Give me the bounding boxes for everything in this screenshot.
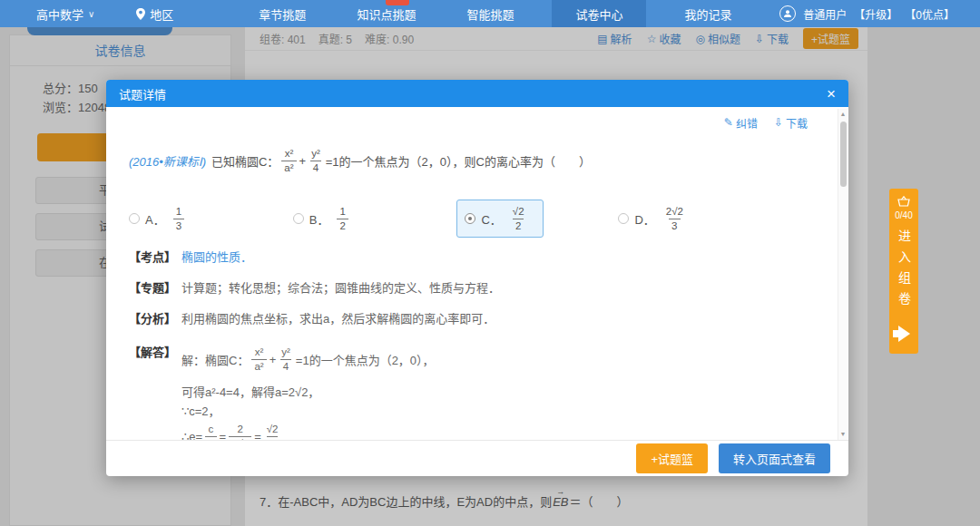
plus-sign: + xyxy=(299,154,307,168)
question-source: (2016•新课标Ⅰ) xyxy=(129,152,206,170)
question-tail: =1的一个焦点为（2，0），则C的离心率为（ ） xyxy=(326,152,591,170)
fraction-numerator: 2√2 xyxy=(663,205,686,218)
section-exam-point: 【考点】 椭圆的性质． xyxy=(129,248,812,267)
modal-title: 试题详情 xyxy=(119,85,166,102)
fraction-y2-4: y²4 xyxy=(309,147,323,174)
fraction-denominator: 2 xyxy=(267,436,278,441)
option-a[interactable]: A． 13 xyxy=(129,205,293,232)
fraction-denominator: a xyxy=(205,436,216,441)
section-label: 【专题】 xyxy=(129,279,181,297)
fraction-denominator: 2√2 xyxy=(229,436,251,441)
fraction-numerator: y² xyxy=(309,147,323,160)
nav-label: 我的记录 xyxy=(684,5,731,23)
person-icon xyxy=(783,9,792,18)
question-detail-modal: 试题详情 × ✎纠错 ⇩下载 (2016•新课标Ⅰ) 已知椭圆C： x²a² +… xyxy=(106,80,848,476)
radio-option-a[interactable] xyxy=(129,213,140,224)
analysis-text: 利用椭圆的焦点坐标，求出a，然后求解椭圆的离心率即可． xyxy=(181,310,495,328)
fraction-numerator: x² xyxy=(282,147,297,160)
fraction-sqrt2-2: √22 xyxy=(264,423,281,440)
region-label: 地区 xyxy=(150,5,173,23)
hot-badge xyxy=(386,0,409,5)
arrow-right-icon xyxy=(898,326,910,342)
pencil-icon: ✎ xyxy=(724,116,733,129)
options-row: A． 13 B． 12 C． √22 D． 2√23 xyxy=(129,201,812,236)
fraction-x2-a2: x²a² xyxy=(281,147,296,174)
answer-text: =1的一个焦点为（2，0）， xyxy=(296,351,435,368)
option-key: C． xyxy=(481,210,501,228)
radio-option-c[interactable] xyxy=(465,213,475,224)
fraction-c-a: ca xyxy=(205,423,216,440)
fraction-denominator: 3 xyxy=(669,219,680,232)
option-b[interactable]: B． 12 xyxy=(293,205,457,232)
fraction-numerator: 1 xyxy=(173,205,184,218)
option-d[interactable]: D． 2√23 xyxy=(618,205,782,232)
nav-item-my-records[interactable]: 我的记录 xyxy=(671,0,744,27)
option-a-fraction: 13 xyxy=(173,205,184,232)
nav-item-smart-questions[interactable]: 智能挑题 xyxy=(454,0,526,27)
modal-download-label: 下载 xyxy=(786,115,808,131)
modal-body: ✎纠错 ⇩下载 (2016•新课标Ⅰ) 已知椭圆C： x²a² + y²4 =1… xyxy=(106,107,848,440)
upgrade-link[interactable]: 【升级】 xyxy=(854,6,897,22)
fraction-denominator: 3 xyxy=(173,219,184,232)
nav-item-paper-center[interactable]: 试卷中心 xyxy=(552,0,646,27)
user-name[interactable]: 普通用户 xyxy=(803,6,847,22)
subject-label: 高中数学 xyxy=(36,5,83,23)
points-link[interactable]: 【0优点】 xyxy=(905,6,955,22)
page-view-button[interactable]: 转入页面式查看 xyxy=(719,443,830,473)
option-b-fraction: 12 xyxy=(337,205,348,232)
answer-line-3: ∵c=2， xyxy=(181,401,435,419)
option-key: D． xyxy=(634,210,654,228)
answer-line-2: 可得a²-4=4，解得a=2√2， xyxy=(181,381,435,401)
scroll-down-icon[interactable]: ▼ xyxy=(840,429,847,440)
user-avatar-icon[interactable] xyxy=(779,5,796,22)
section-topic: 【专题】 计算题；转化思想；综合法；圆锥曲线的定义、性质与方程． xyxy=(129,279,812,297)
add-to-basket-button[interactable]: +试题篮 xyxy=(636,443,708,473)
answer-line-1: 解：椭圆C： x²a² + y²4 =1的一个焦点为（2，0）， xyxy=(181,343,435,375)
fraction-numerator: 1 xyxy=(337,205,348,218)
basket-count: 0/40 xyxy=(895,210,912,220)
period: ． xyxy=(284,428,296,441)
enter-basket-label: 进入组卷 xyxy=(895,229,913,313)
enter-basket-widget[interactable]: 0/40 进入组卷 xyxy=(889,189,918,354)
scroll-up-icon[interactable]: ▲ xyxy=(840,109,847,120)
modal-header: 试题详情 × xyxy=(106,80,848,107)
fraction-denominator: 4 xyxy=(280,359,291,373)
location-pin-icon xyxy=(136,8,145,20)
fraction-numerator: √2 xyxy=(264,423,281,435)
modal-footer: +试题篮 转入页面式查看 xyxy=(106,440,848,476)
option-c-selected[interactable]: C． √22 xyxy=(456,200,543,238)
close-icon[interactable]: × xyxy=(827,86,836,102)
fraction-denominator: 4 xyxy=(310,161,321,174)
fraction-numerator: c xyxy=(205,423,216,435)
nav-label: 智能挑题 xyxy=(466,5,514,23)
equals-sign: = xyxy=(220,430,227,441)
option-key: B． xyxy=(309,210,329,228)
nav-label: 章节挑题 xyxy=(259,5,306,23)
radio-option-d[interactable] xyxy=(618,213,629,224)
option-key: A． xyxy=(145,210,165,228)
fraction-x2-a2: x²a² xyxy=(251,346,266,373)
topic-text: 计算题；转化思想；综合法；圆锥曲线的定义、性质与方程． xyxy=(181,279,500,297)
modal-scrollbar[interactable]: ▲ ▼ xyxy=(838,109,848,440)
fraction-numerator: √2 xyxy=(510,205,527,218)
report-error-link[interactable]: ✎纠错 xyxy=(724,114,758,131)
nav-label: 知识点挑题 xyxy=(357,5,416,23)
scrollbar-thumb[interactable] xyxy=(840,122,847,187)
section-answer: 【解答】 解：椭圆C： x²a² + y²4 =1的一个焦点为（2，0）， 可得… xyxy=(129,343,812,440)
subject-dropdown[interactable]: 高中数学 ∨ xyxy=(24,0,107,27)
modal-download-link[interactable]: ⇩下载 xyxy=(774,114,808,131)
fraction-denominator: a² xyxy=(251,359,266,373)
option-c-fraction: √22 xyxy=(510,205,527,232)
plus-sign: + xyxy=(270,353,277,366)
equals-sign: = xyxy=(254,430,261,441)
fraction-denominator: 2 xyxy=(513,219,524,232)
exam-point-link[interactable]: 椭圆的性质． xyxy=(181,248,252,267)
fraction-denominator: a² xyxy=(281,161,296,174)
region-selector[interactable]: 地区 xyxy=(123,0,186,27)
section-analysis: 【分析】 利用椭圆的焦点坐标，求出a，然后求解椭圆的离心率即可． xyxy=(129,310,812,328)
nav-item-chapter-questions[interactable]: 章节挑题 xyxy=(246,0,318,27)
fraction-denominator: 2 xyxy=(337,219,348,232)
top-nav: 高中数学 ∨ 地区 章节挑题 知识点挑题 智能挑题 试卷中心 我的记录 普通用户… xyxy=(0,0,980,27)
radio-option-b[interactable] xyxy=(293,213,304,224)
question-intro: 已知椭圆C： xyxy=(211,152,279,170)
